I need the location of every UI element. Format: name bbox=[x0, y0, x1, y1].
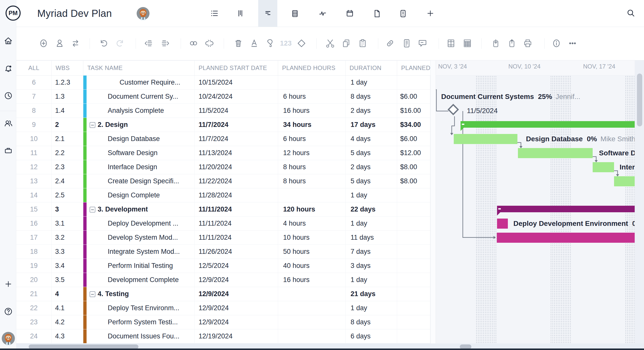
duration-cell[interactable]: 22 days bbox=[346, 202, 397, 216]
task-name-cell[interactable]: Create Design Specifi... bbox=[83, 174, 195, 188]
notes-icon[interactable] bbox=[401, 38, 412, 49]
planned-hours-cell[interactable]: 50 hours bbox=[278, 245, 346, 259]
duration-cell[interactable]: 17 days bbox=[346, 118, 397, 132]
table-row[interactable]: 203.5Development Complete12/9/202416 hou… bbox=[16, 273, 430, 287]
planned-cost-cell[interactable]: $16.00 bbox=[397, 104, 430, 118]
task-name-cell[interactable]: Development Complete bbox=[83, 273, 195, 287]
undo-icon[interactable] bbox=[98, 38, 109, 49]
milestone-diamond-icon[interactable] bbox=[296, 38, 307, 49]
planned-cost-cell[interactable] bbox=[397, 76, 430, 89]
planned-hours-cell[interactable]: 10 hours bbox=[278, 231, 346, 244]
tab-risks-view[interactable] bbox=[393, 0, 412, 27]
duration-cell[interactable]: 5 days bbox=[346, 146, 397, 160]
planned-start-date-cell[interactable]: 11/22/2024 bbox=[195, 174, 278, 188]
wbs-cell[interactable]: 2.1 bbox=[52, 132, 83, 146]
task-name-cell[interactable]: Perform System Testi... bbox=[83, 315, 195, 329]
task-name-cell[interactable]: Customer Require... bbox=[83, 76, 195, 89]
planned-cost-cell[interactable]: $6.00 bbox=[397, 132, 430, 146]
fill-color-icon[interactable] bbox=[264, 38, 275, 49]
attachment-icon[interactable] bbox=[385, 38, 396, 49]
row-number[interactable]: 20 bbox=[16, 273, 52, 287]
row-number[interactable]: 18 bbox=[16, 245, 52, 259]
planned-start-date-cell[interactable]: 12/9/2024 bbox=[195, 301, 278, 315]
task-name-cell[interactable]: Deploy Development ... bbox=[83, 217, 195, 230]
more-ellipsis-icon[interactable] bbox=[567, 38, 578, 49]
planned-start-date-cell[interactable]: 11/28/2024 bbox=[195, 188, 278, 202]
table-row[interactable]: 71.3Document Current Sy...10/24/20246 ho… bbox=[16, 90, 430, 104]
wbs-cell[interactable]: 3 bbox=[52, 202, 83, 216]
duration-cell[interactable]: 21 days bbox=[346, 287, 397, 301]
planned-cost-cell[interactable] bbox=[397, 202, 430, 216]
task-bar[interactable] bbox=[593, 162, 614, 172]
planned-hours-cell[interactable]: 120 hours bbox=[278, 202, 346, 216]
task-name-cell[interactable]: Document Issues Fou... bbox=[83, 329, 195, 343]
planned-cost-cell[interactable]: $8.00 bbox=[397, 174, 430, 188]
tab-activity-view[interactable] bbox=[313, 0, 332, 27]
planned-start-date-cell[interactable]: 11/11/2024 bbox=[195, 217, 278, 230]
table-row[interactable]: 183.3Integrate System Mod...11/26/202450… bbox=[16, 245, 430, 259]
redo-icon[interactable] bbox=[115, 38, 126, 49]
row-number[interactable]: 13 bbox=[16, 174, 52, 188]
duration-cell[interactable]: 3 days bbox=[346, 259, 397, 273]
table-row[interactable]: 244.3Document Issues Fou...12/19/20246 d… bbox=[16, 329, 430, 343]
table-gantt-splitter[interactable] bbox=[430, 60, 436, 343]
row-number[interactable]: 21 bbox=[16, 287, 52, 301]
row-number[interactable]: 19 bbox=[16, 259, 52, 273]
wbs-cell[interactable]: 1.3 bbox=[52, 90, 83, 103]
planned-hours-cell[interactable] bbox=[278, 315, 346, 329]
unlink-tasks-icon[interactable] bbox=[204, 38, 215, 49]
duration-cell[interactable]: 5 days bbox=[346, 174, 397, 188]
planned-start-date-cell[interactable]: 12/9/2024 bbox=[195, 315, 278, 329]
wbs-cell[interactable]: 3.1 bbox=[52, 217, 83, 230]
table-row[interactable]: 142.5Design Complete11/28/20241 day bbox=[16, 188, 430, 202]
planned-cost-cell[interactable] bbox=[397, 259, 430, 273]
wbs-cell[interactable]: 3.5 bbox=[52, 273, 83, 287]
planned-hours-cell[interactable]: 16 hours bbox=[278, 273, 346, 287]
task-name-cell[interactable]: Interface Design bbox=[83, 160, 195, 174]
planned-start-date-cell[interactable]: 11/11/2024 bbox=[195, 231, 278, 244]
duration-cell[interactable]: 8 days bbox=[346, 315, 397, 329]
project-owner-avatar[interactable] bbox=[136, 7, 150, 20]
user-avatar[interactable] bbox=[0, 331, 16, 345]
planned-start-date-cell[interactable]: 12/9/2024 bbox=[195, 287, 278, 301]
wbs-cell[interactable]: 1.2.3 bbox=[52, 76, 83, 89]
planned-hours-cell[interactable]: 8 hours bbox=[278, 174, 346, 188]
planned-cost-cell[interactable]: $8.00 bbox=[397, 160, 430, 174]
notifications-bell-icon[interactable] bbox=[0, 62, 16, 76]
duration-cell[interactable]: 1 day bbox=[346, 76, 397, 89]
planned-cost-cell[interactable] bbox=[397, 329, 430, 343]
tab-sheet-view[interactable] bbox=[285, 0, 305, 27]
planned-cost-cell[interactable] bbox=[397, 188, 430, 202]
task-name-cell[interactable]: Design Complete bbox=[83, 188, 195, 202]
assign-user-icon[interactable] bbox=[54, 38, 65, 49]
duration-cell[interactable]: 1 day bbox=[346, 273, 397, 287]
planned-start-date-cell[interactable]: 12/5/2024 bbox=[195, 259, 278, 273]
duration-cell[interactable]: 2 days bbox=[346, 160, 397, 174]
task-name-cell[interactable]: Software Design bbox=[83, 146, 195, 160]
column-header-duration[interactable]: DURATION bbox=[346, 61, 397, 75]
row-number[interactable]: 23 bbox=[16, 315, 52, 329]
wbs-cell[interactable]: 2.2 bbox=[52, 146, 83, 160]
row-number[interactable]: 17 bbox=[16, 231, 52, 244]
planned-hours-cell[interactable] bbox=[278, 188, 346, 202]
task-bar[interactable] bbox=[497, 219, 508, 229]
tab-calendar-view[interactable] bbox=[340, 0, 359, 27]
gantt-vertical-scrollbar-thumb[interactable] bbox=[637, 74, 642, 126]
duration-cell[interactable]: 2 days bbox=[346, 104, 397, 118]
table-row[interactable]: 1533. Development11/11/2024120 hours22 d… bbox=[16, 202, 430, 217]
help-icon[interactable] bbox=[0, 304, 16, 319]
column-header-all[interactable]: ALL bbox=[16, 61, 52, 75]
table-row[interactable]: 224.1Deploy Test Environm...12/9/20241 d… bbox=[16, 301, 430, 315]
table-row[interactable]: 102.1Design Database11/7/20246 hours4 da… bbox=[16, 132, 430, 146]
row-number[interactable]: 10 bbox=[16, 132, 52, 146]
table-row[interactable]: 193.4Perform Initial Testing12/5/202440 … bbox=[16, 259, 430, 273]
text-format-icon[interactable] bbox=[249, 38, 260, 49]
sidebar-add-icon[interactable] bbox=[0, 277, 16, 291]
row-number[interactable]: 16 bbox=[16, 217, 52, 230]
planned-cost-cell[interactable] bbox=[397, 245, 430, 259]
row-number[interactable]: 8 bbox=[16, 104, 52, 118]
tab-board-view[interactable] bbox=[231, 0, 250, 27]
columns-icon[interactable] bbox=[445, 38, 457, 49]
duration-cell[interactable]: 4 days bbox=[346, 132, 397, 146]
wbs-cell[interactable]: 4 bbox=[52, 287, 83, 301]
